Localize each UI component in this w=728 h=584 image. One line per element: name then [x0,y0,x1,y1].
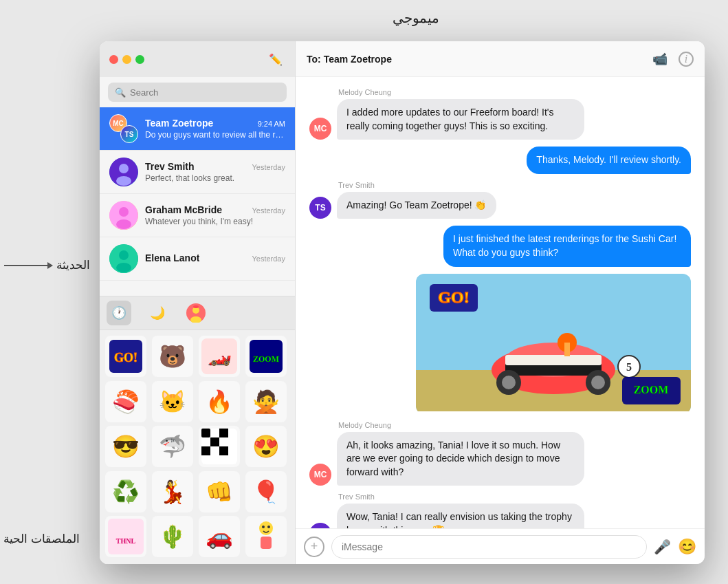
sticker-tab-recent[interactable]: 🕐 [107,301,131,325]
sticker-racecar[interactable]: 🏎️ [199,336,240,377]
msg-row: MC Ah, it looks amazing, Tania! I love i… [309,432,691,486]
maximize-button[interactable] [135,55,144,64]
sticker-tab-moon[interactable]: 🌙 [145,301,170,325]
conv-time: Yesterday [252,163,285,171]
conv-preview: Do you guys want to review all the rende… [145,130,285,140]
compose-button[interactable]: ✏️ [266,50,285,69]
svg-rect-26 [201,446,210,455]
svg-point-32 [262,526,265,528]
conv-info-trev-smith: Trev Smith Yesterday Perfect, that looks… [145,161,285,183]
svg-rect-24 [210,437,219,446]
svg-text:GO!: GO! [114,351,137,365]
svg-point-7 [119,250,129,260]
voice-input-icon[interactable]: 🎤 [654,539,671,555]
message-bubble-1: I added more updates to our Freeform boa… [337,99,584,140]
sticker-cactus[interactable]: 🌵 [152,516,193,557]
chat-title: To: Team Zoetrope [307,54,652,65]
conversation-item-team-zoetrope[interactable]: MC TS Team Zoetrope 9:24 AM Do you guys … [100,107,295,151]
svg-point-31 [259,521,273,535]
svg-text:ZOOM: ZOOM [253,354,279,364]
sticker-heart-eyes[interactable]: 😍 [245,426,287,467]
svg-rect-40 [505,355,602,365]
conversation-list: MC TS Team Zoetrope 9:24 AM Do you guys … [100,107,295,296]
emoji-button[interactable]: 😊 [678,538,696,556]
conversation-item-graham-mcbride[interactable]: Graham McBride Yesterday Whatever you th… [100,194,295,237]
conv-name: Trev Smith [145,161,195,172]
msg-group-1: Melody Cheung MC I added more updates to… [309,88,691,140]
minimize-button[interactable] [122,55,131,64]
svg-point-33 [267,526,270,528]
conversation-item-trev-smith[interactable]: Trev Smith Yesterday Perfect, that looks… [100,151,295,194]
svg-point-44 [591,376,605,389]
sidebar: ✏️ 🔍 MC TS Team Zoetrope 9:24 AM Do [100,41,296,564]
sticker-fire[interactable]: 🔥 [199,381,240,422]
sticker-recycle[interactable]: ♻️ [105,471,146,512]
svg-rect-27 [210,446,219,455]
traffic-lights [109,55,144,64]
sender-label: Trev Smith [338,493,691,501]
svg-text:THNL: THNL [116,537,136,545]
video-icon[interactable]: 📹 [652,52,668,67]
sticker-cat[interactable]: 🐱 [152,381,193,422]
sticker-tab-avatar[interactable] [184,301,208,325]
info-icon[interactable]: i [679,52,694,67]
conv-time: Yesterday [252,255,285,263]
avatar-graham-mcbride [109,201,138,230]
sticker-no[interactable]: 🙅 [245,381,287,422]
sticker-image: 5 GO! ZOOM [416,274,691,414]
conv-time: Yesterday [252,206,285,215]
app-window: ✏️ 🔍 MC TS Team Zoetrope 9:24 AM Do [100,41,705,564]
conv-header: Elena Lanot Yesterday [145,252,285,263]
svg-text:5: 5 [626,361,632,373]
label-memoji: ميموجي [393,10,439,26]
sticker-dancer[interactable]: 💃 [152,471,193,512]
sticker-cool[interactable]: 😎 [105,426,146,467]
sticker-shark[interactable]: 🦈 [152,426,193,467]
conv-header: Trev Smith Yesterday [145,161,285,172]
svg-point-1 [119,164,129,173]
sticker-fist[interactable]: 👊 [199,471,240,512]
msg-group-2: Thanks, Melody. I'll review shortly. [309,147,691,174]
message-input[interactable] [331,535,647,559]
svg-rect-23 [201,437,210,446]
msg-group-6: Trev Smith TS Wow, Tania! I can really e… [309,493,691,528]
search-input[interactable] [130,87,280,98]
svg-rect-34 [261,537,272,549]
msg-row: MC I added more updates to our Freeform … [309,99,691,140]
svg-rect-20 [201,429,210,437]
add-attachment-button[interactable]: + [304,537,324,557]
svg-point-4 [119,207,129,217]
sender-label: Trev Smith [338,181,691,189]
conversation-item-elena-lanot[interactable]: Elena Lanot Yesterday [100,237,295,281]
conv-name: Team Zoetrope [145,118,213,129]
sticker-grid: GO! 🐻 🏎️ ZOOM [100,330,295,564]
close-button[interactable] [109,55,118,64]
message-bubble-2: Thanks, Melody. I'll review shortly. [527,147,691,174]
label-live-stickers: الملصقات الحية [3,532,80,546]
sticker-checkered[interactable] [199,426,240,467]
message-bubble-3: Amazing! Go Team Zoetrope! 👏 [337,192,496,219]
msg-group-4: I just finished the latest renderings fo… [309,226,691,266]
chat-area: To: Team Zoetrope 📹 i Melody Cheung MC I… [296,41,705,564]
sticker-thnl[interactable]: THNL [105,516,146,557]
chat-header-actions: 📹 i [652,52,694,67]
sticker-person[interactable] [245,516,287,557]
label-recent: الحديثة [1,258,90,272]
conv-info-elena-lanot: Elena Lanot Yesterday [145,252,285,265]
message-bubble-4: I just finished the latest renderings fo… [443,226,691,266]
svg-rect-29 [108,519,144,554]
message-bubble-5: Ah, it looks amazing, Tania! I love it s… [337,432,584,486]
conv-info-graham-mcbride: Graham McBride Yesterday Whatever you th… [145,204,285,226]
sticker-bear[interactable]: 🐻 [152,336,193,377]
sticker-car[interactable]: 🚗 [199,516,240,557]
msg-row: TS Amazing! Go Team Zoetrope! 👏 [309,192,691,219]
chat-input-area: + 🎤 😊 [296,528,705,564]
sticker-sushi[interactable]: 🍣 [105,381,146,422]
svg-text:🏎️: 🏎️ [208,344,232,367]
sender-label: Melody Cheung [338,88,691,96]
sticker-go[interactable]: GO! [105,336,146,377]
conv-preview: Perfect, that looks great. [145,173,285,183]
sticker-zoom[interactable]: ZOOM [245,336,287,377]
sticker-balloon[interactable]: 🎈 [245,471,287,512]
sticker-panel: 🕐 🌙 GO! [100,296,295,564]
